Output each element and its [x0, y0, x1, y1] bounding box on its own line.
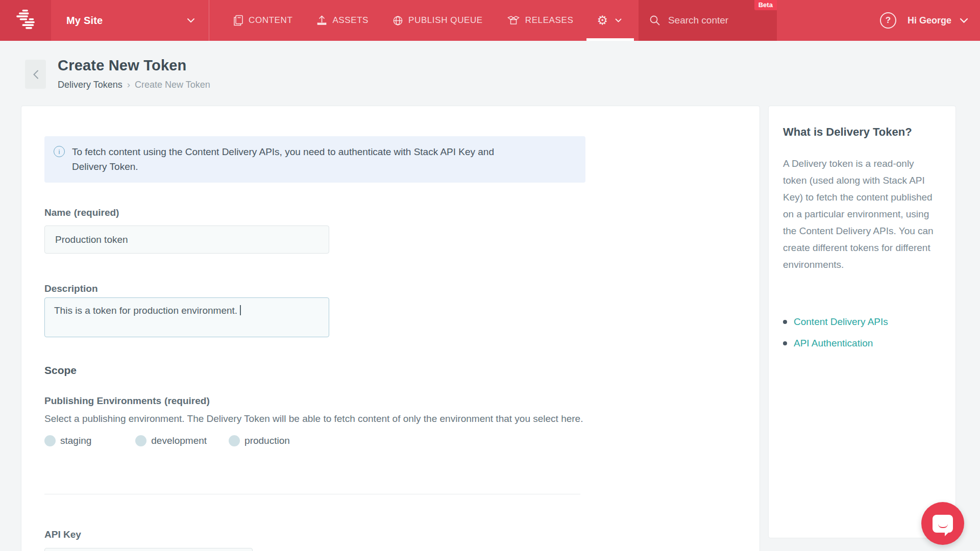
radio-circle-icon: [44, 435, 56, 446]
radio-circle-icon: [135, 435, 146, 446]
bullet-icon: [783, 341, 787, 345]
radio-circle-icon: [229, 435, 240, 446]
scope-heading: Scope: [44, 364, 77, 377]
help-panel: What is Delivery Token? A Delivery token…: [768, 106, 956, 538]
help-panel-heading: What is Delivery Token?: [783, 126, 912, 139]
help-button[interactable]: ?: [880, 12, 896, 29]
description-textarea[interactable]: This is a token for production environme…: [44, 297, 329, 337]
info-banner-text: To fetch content using the Content Deliv…: [72, 144, 531, 174]
question-mark-icon: ?: [886, 15, 891, 26]
globe-icon: [393, 15, 403, 26]
gear-icon: ⚙: [597, 14, 608, 27]
nav-releases[interactable]: RELEASES: [507, 15, 574, 26]
nav-label: PUBLISH QUEUE: [408, 15, 483, 26]
description-value: This is a token for production environme…: [54, 305, 237, 316]
radio-label: staging: [60, 435, 91, 446]
breadcrumb-separator-icon: ›: [127, 79, 130, 90]
stack-switcher[interactable]: My Site: [66, 15, 195, 27]
open-box-icon: [507, 15, 520, 26]
publishing-environments-label: Publishing Environments(required): [44, 395, 210, 407]
nav-content[interactable]: CONTENT: [233, 15, 292, 26]
radio-option-staging[interactable]: staging: [44, 435, 91, 446]
name-input[interactable]: [44, 226, 329, 254]
search-input-text: Search conter: [668, 15, 728, 26]
chat-bubble-tail: [945, 532, 949, 536]
chevron-down-icon: [187, 18, 195, 23]
settings-menu[interactable]: ⚙: [597, 0, 622, 41]
environment-radio-group: staging development production: [44, 435, 290, 446]
active-tab-indicator: [586, 38, 634, 41]
api-key-label: API Key: [44, 529, 81, 540]
description-label: Description: [44, 283, 98, 294]
breadcrumb: Delivery Tokens › Create New Token: [58, 79, 210, 90]
info-banner: i To fetch content using the Content Del…: [44, 136, 585, 183]
radio-label: development: [151, 435, 207, 446]
create-token-form-card: i To fetch content using the Content Del…: [21, 106, 760, 551]
page-title: Create New Token: [58, 57, 186, 74]
section-divider: [44, 494, 580, 494]
search-icon: [649, 14, 661, 27]
content-icon: [233, 15, 243, 26]
chevron-left-icon: [32, 69, 39, 80]
user-menu[interactable]: Hi George: [908, 15, 968, 26]
link-content-delivery-apis[interactable]: Content Delivery APIs: [783, 316, 888, 328]
app-logo[interactable]: [0, 0, 51, 41]
chevron-down-icon: [960, 18, 968, 23]
radio-option-development[interactable]: development: [135, 435, 207, 446]
api-key-input[interactable]: [44, 548, 253, 551]
help-panel-body: A Delivery token is a read-only token (u…: [783, 155, 936, 273]
nav-assets[interactable]: ASSETS: [316, 15, 369, 26]
stack-name: My Site: [66, 15, 103, 27]
top-navbar: My Site CONTENT ASSETS: [0, 0, 980, 41]
nav-label: ASSETS: [332, 15, 369, 26]
contentstack-logo-icon: [12, 6, 39, 35]
radio-label: production: [244, 435, 290, 446]
user-greeting: Hi George: [908, 15, 951, 26]
info-icon: i: [54, 146, 65, 157]
text-caret: [240, 305, 241, 315]
nav-label: RELEASES: [525, 15, 574, 26]
bullet-icon: [783, 320, 787, 324]
nav-publish-queue[interactable]: PUBLISH QUEUE: [393, 15, 483, 26]
back-button[interactable]: [25, 60, 46, 89]
chat-bubble-icon: [933, 515, 953, 533]
name-label: Name(required): [44, 207, 119, 218]
nav-label: CONTENT: [249, 15, 292, 26]
link-api-authentication[interactable]: API Authentication: [783, 338, 888, 349]
upload-icon: [316, 15, 327, 26]
chat-launcher-button[interactable]: [921, 502, 964, 545]
publishing-environments-help: Select a publishing environment. The Del…: [44, 413, 583, 424]
breadcrumb-parent-link[interactable]: Delivery Tokens: [58, 80, 122, 90]
radio-option-production[interactable]: production: [229, 435, 290, 446]
global-search[interactable]: Search conter Beta: [639, 0, 777, 41]
chevron-down-icon: [615, 18, 622, 23]
beta-badge: Beta: [754, 0, 777, 10]
smile-icon: [938, 524, 948, 528]
help-panel-links: Content Delivery APIs API Authentication: [783, 316, 888, 359]
link-label: API Authentication: [794, 338, 873, 349]
header-divider: [209, 0, 209, 41]
breadcrumb-current: Create New Token: [135, 80, 210, 90]
link-label: Content Delivery APIs: [794, 316, 888, 328]
